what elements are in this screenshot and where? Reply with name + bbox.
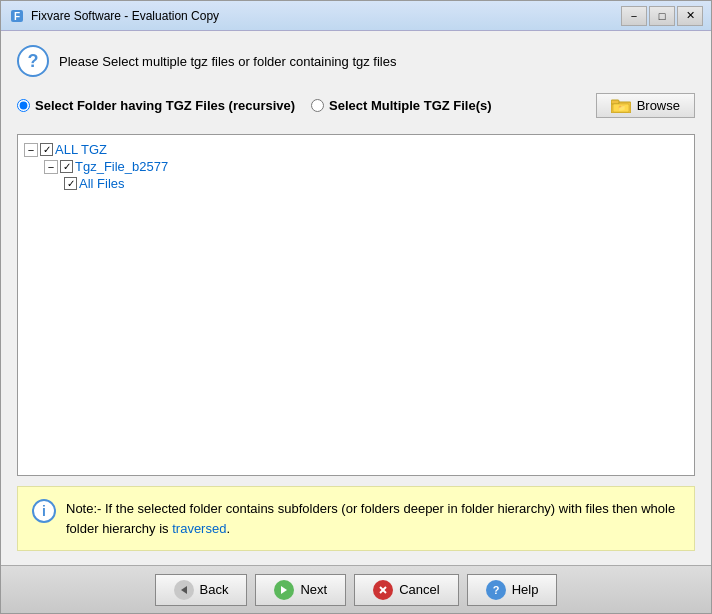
back-button[interactable]: Back	[155, 574, 248, 606]
svg-rect-3	[611, 100, 619, 104]
svg-text:?: ?	[492, 584, 499, 596]
note-text-part1: Note:- If the selected folder contains s…	[66, 501, 675, 536]
app-icon: F	[9, 8, 25, 24]
cancel-button[interactable]: Cancel	[354, 574, 458, 606]
titlebar: F Fixvare Software - Evaluation Copy − □…	[1, 1, 711, 31]
radio-options-row: Select Folder having TGZ Files (recursiv…	[17, 87, 695, 124]
back-icon	[174, 580, 194, 600]
header-message-row: ? Please Select multiple tgz files or fo…	[17, 45, 695, 77]
note-info-icon: i	[32, 499, 56, 523]
radio-files-label: Select Multiple TGZ File(s)	[329, 98, 492, 113]
file-tree[interactable]: − ALL TGZ − Tgz_File_b2577 All Files	[17, 134, 695, 476]
svg-marker-6	[181, 586, 187, 594]
tree-label-all-tgz: ALL TGZ	[55, 142, 107, 157]
note-highlight: traversed	[172, 521, 226, 536]
next-label: Next	[300, 582, 327, 597]
expander-tgz-file[interactable]: −	[44, 160, 58, 174]
back-label: Back	[200, 582, 229, 597]
checkbox-all-tgz[interactable]	[40, 143, 53, 156]
cancel-icon	[373, 580, 393, 600]
maximize-button[interactable]: □	[649, 6, 675, 26]
header-info-icon: ?	[17, 45, 49, 77]
next-icon	[274, 580, 294, 600]
tree-label-all-files: All Files	[79, 176, 125, 191]
expander-all-tgz[interactable]: −	[24, 143, 38, 157]
header-text: Please Select multiple tgz files or fold…	[59, 54, 396, 69]
minimize-button[interactable]: −	[621, 6, 647, 26]
footer: Back Next Cancel ? Help	[1, 565, 711, 613]
close-button[interactable]: ✕	[677, 6, 703, 26]
svg-marker-7	[281, 586, 287, 594]
browse-button-label: Browse	[637, 98, 680, 113]
radio-files-input[interactable]	[311, 99, 324, 112]
browse-folder-icon: 📁	[611, 98, 631, 113]
radio-folder-label: Select Folder having TGZ Files (recursiv…	[35, 98, 295, 113]
window-title: Fixvare Software - Evaluation Copy	[31, 9, 615, 23]
svg-text:📁: 📁	[617, 104, 625, 112]
window-controls: − □ ✕	[621, 6, 703, 26]
help-icon: ?	[486, 580, 506, 600]
tree-label-tgz-file: Tgz_File_b2577	[75, 159, 168, 174]
cancel-label: Cancel	[399, 582, 439, 597]
radio-option-files[interactable]: Select Multiple TGZ File(s)	[311, 98, 492, 113]
note-box: i Note:- If the selected folder contains…	[17, 486, 695, 551]
main-window: F Fixvare Software - Evaluation Copy − □…	[0, 0, 712, 614]
checkbox-tgz-file[interactable]	[60, 160, 73, 173]
tree-node-all-files[interactable]: All Files	[64, 175, 688, 192]
tree-node-all-tgz[interactable]: − ALL TGZ	[24, 141, 688, 158]
help-button[interactable]: ? Help	[467, 574, 558, 606]
help-label: Help	[512, 582, 539, 597]
main-content: ? Please Select multiple tgz files or fo…	[1, 31, 711, 565]
radio-option-folder[interactable]: Select Folder having TGZ Files (recursiv…	[17, 98, 295, 113]
radio-folder-input[interactable]	[17, 99, 30, 112]
tree-node-tgz-file[interactable]: − Tgz_File_b2577	[44, 158, 688, 175]
note-text: Note:- If the selected folder contains s…	[66, 499, 680, 538]
note-text-part2: .	[226, 521, 230, 536]
checkbox-all-files[interactable]	[64, 177, 77, 190]
svg-text:F: F	[14, 11, 20, 22]
browse-button[interactable]: 📁 Browse	[596, 93, 695, 118]
next-button[interactable]: Next	[255, 574, 346, 606]
